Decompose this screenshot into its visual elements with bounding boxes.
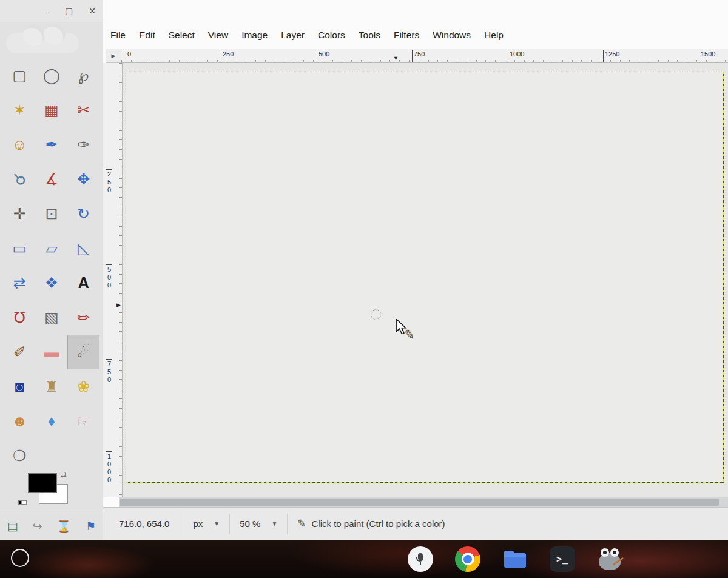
tool-color-picker[interactable]: ✑: [67, 127, 99, 162]
shelf-apps: >_: [407, 540, 623, 578]
horizontal-scrollbar[interactable]: [119, 497, 728, 507]
ruler-origin-button[interactable]: ▶: [106, 49, 121, 63]
tool-options-icon[interactable]: ▤: [7, 519, 18, 533]
scale-icon: ▭: [13, 241, 27, 256]
tool-rectangle-select[interactable]: ▢: [4, 58, 36, 93]
tool-perspective-clone[interactable]: ☻: [4, 404, 36, 439]
horizontal-ruler[interactable]: ▼ 0250500750100012501500: [121, 49, 728, 63]
menu-file[interactable]: File: [110, 30, 126, 41]
tool-zoom[interactable]: ⚲: [4, 162, 36, 197]
gimp-icon: [596, 546, 623, 573]
foreground-color-swatch[interactable]: [28, 473, 57, 493]
measure-icon: ∡: [45, 172, 58, 187]
images-list-icon[interactable]: ⚑: [86, 519, 96, 533]
tool-clone[interactable]: ♜: [36, 369, 68, 404]
zoom-dropdown[interactable]: 50 % ▼: [230, 508, 287, 540]
scissors-select-icon: ✂: [77, 102, 90, 118]
tool-airbrush[interactable]: ☄: [67, 335, 99, 369]
tool-shear[interactable]: ▱: [36, 231, 68, 266]
hruler-label-0: 0: [126, 50, 131, 62]
menu-image[interactable]: Image: [241, 30, 268, 41]
free-select-icon: ℘: [78, 68, 89, 83]
ruler-position-marker-icon: ▼: [393, 55, 399, 61]
tool-ellipse-select[interactable]: ◯: [36, 58, 68, 93]
maximize-button[interactable]: ▢: [65, 7, 73, 15]
error-console-icon[interactable]: ⌛: [56, 519, 71, 533]
paintbrush-icon: ✎: [297, 517, 307, 531]
tool-select-by-color[interactable]: ▦: [36, 93, 68, 127]
horizontal-scrollbar-thumb[interactable]: [120, 499, 719, 506]
tool-gradient[interactable]: ▧: [36, 300, 68, 335]
tool-text[interactable]: A: [67, 266, 99, 300]
launcher-button[interactable]: [11, 549, 29, 567]
tools-grid: ▢◯℘✶▦✂☺✒✑⚲∡✥✛⊡↻▭▱◺⇄❖A℧▧✏✐▬☄◙♜❀☻♦☞❍: [4, 58, 99, 473]
tool-paintbrush[interactable]: ✐: [4, 335, 36, 369]
swap-colors-icon[interactable]: ⇄: [61, 471, 67, 479]
tool-crop[interactable]: ⊡: [36, 197, 68, 231]
pencil-icon: ✏: [77, 310, 90, 325]
menu-windows[interactable]: Windows: [433, 30, 471, 41]
text-icon: A: [78, 275, 89, 291]
hruler-label-500: 500: [317, 50, 329, 62]
hruler-label-1500: 1500: [699, 50, 715, 62]
default-colors-icon[interactable]: [18, 496, 27, 507]
unified-transform-icon: ❖: [45, 275, 58, 291]
menu-select[interactable]: Select: [169, 30, 195, 41]
tool-ink[interactable]: ◙: [4, 369, 36, 404]
ellipse-select-icon: ◯: [43, 68, 60, 83]
minimize-button[interactable]: –: [44, 7, 49, 15]
menu-layer[interactable]: Layer: [281, 30, 305, 41]
vruler-label-1000: 1000: [106, 451, 112, 484]
tool-fuzzy-select[interactable]: ✶: [4, 93, 36, 127]
tool-unified-transform[interactable]: ❖: [36, 266, 68, 300]
canvas-boundary-dash: [126, 72, 724, 72]
unit-dropdown[interactable]: px ▼: [183, 508, 229, 540]
statusbar-hint: ✎ Click to paint (Ctrl to pick a color): [288, 517, 445, 530]
menu-tools[interactable]: Tools: [359, 30, 380, 41]
tool-alignment[interactable]: ✛: [4, 197, 36, 231]
zoom-icon: ⚲: [10, 170, 29, 189]
close-button[interactable]: ✕: [89, 7, 96, 15]
tool-foreground-select[interactable]: ☺: [4, 127, 36, 162]
tool-move[interactable]: ✥: [67, 162, 99, 197]
tool-bucket-fill[interactable]: ℧: [4, 300, 36, 335]
menu-filters[interactable]: Filters: [394, 30, 419, 41]
tool-dodge-burn[interactable]: ❍: [4, 439, 36, 473]
rectangle-select-icon: ▢: [13, 68, 27, 83]
tool-measure[interactable]: ∡: [36, 162, 68, 197]
alignment-icon: ✛: [13, 206, 26, 221]
unit-value: px: [193, 519, 203, 529]
tool-smudge[interactable]: ☞: [67, 404, 99, 439]
tool-mypaint-brush[interactable]: ❀: [67, 369, 99, 404]
shelf-app-files[interactable]: [502, 546, 528, 573]
shelf-app-chrome[interactable]: [454, 546, 481, 573]
tool-perspective[interactable]: ◺: [67, 231, 99, 266]
menu-colors[interactable]: Colors: [318, 30, 345, 41]
shelf-app-microphone[interactable]: [407, 546, 434, 573]
toolbox-footer: ▤↪⌛⚑: [0, 512, 103, 540]
tool-paths[interactable]: ✒: [36, 127, 68, 162]
window-titlebar: –▢✕: [0, 0, 103, 22]
tool-scale[interactable]: ▭: [4, 231, 36, 266]
tool-free-select[interactable]: ℘: [67, 58, 99, 93]
vruler-label-250: 250: [106, 169, 112, 194]
tool-rotate[interactable]: ↻: [67, 197, 99, 231]
tool-pencil[interactable]: ✏: [67, 300, 99, 335]
menu-edit[interactable]: Edit: [139, 30, 155, 41]
tool-scissors-select[interactable]: ✂: [67, 93, 99, 127]
eraser-icon: ▬: [44, 344, 59, 360]
tool-blur-sharpen[interactable]: ♦: [36, 404, 68, 439]
hruler-label-750: 750: [412, 50, 425, 62]
tool-flip[interactable]: ⇄: [4, 266, 36, 300]
canvas[interactable]: [126, 72, 724, 483]
shelf-app-gimp[interactable]: [596, 546, 623, 573]
shelf-app-terminal[interactable]: >_: [549, 546, 576, 573]
shear-icon: ▱: [46, 241, 57, 256]
tool-eraser[interactable]: ▬: [36, 335, 68, 369]
canvas-pasteboard[interactable]: [123, 63, 728, 497]
menu-view[interactable]: View: [208, 30, 228, 41]
vertical-ruler[interactable]: ▶ 2505007501000: [103, 63, 123, 497]
statusbar: 716.0, 654.0 px ▼ 50 % ▼ ✎ Click to pain…: [103, 507, 728, 540]
menu-help[interactable]: Help: [484, 30, 504, 41]
device-status-icon[interactable]: ↪: [33, 519, 42, 533]
